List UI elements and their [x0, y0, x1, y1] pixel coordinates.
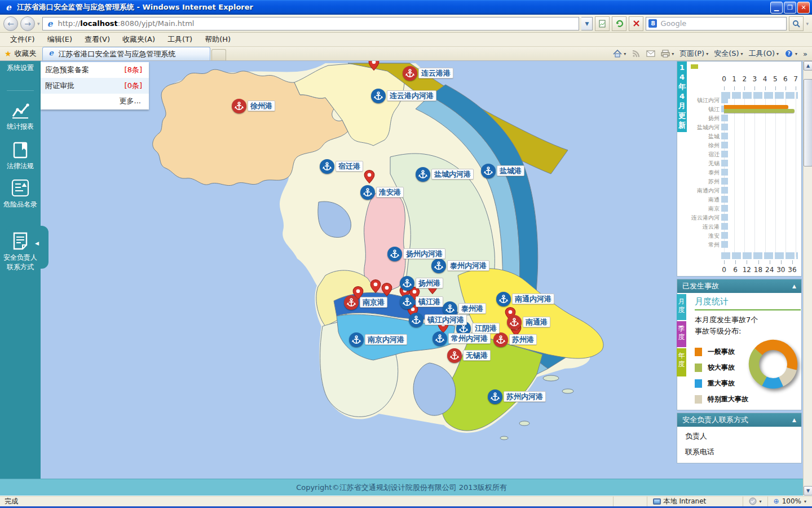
top-axis-tick: 2 [742, 75, 747, 83]
port-label[interactable]: 南通港 [523, 317, 550, 327]
zoom-control[interactable]: ⊕ 100% ▾ [767, 496, 812, 506]
compatibility-view-button[interactable] [595, 16, 610, 31]
port-label[interactable]: 扬州港 [416, 278, 443, 288]
restore-button[interactable]: ❐ [784, 2, 796, 14]
search-provider-icon: 8 [648, 19, 657, 28]
mail-button[interactable] [646, 50, 655, 58]
port-label[interactable]: 苏州港 [509, 334, 537, 345]
home-button[interactable]: ▾ [613, 50, 626, 58]
incident-panel-header[interactable]: 已发生事故▲ [677, 279, 801, 293]
sidebar-item-system-settings[interactable]: 系统设置 [0, 63, 41, 73]
favorites-button[interactable]: ★ 收藏夹 [0, 49, 42, 60]
sidebar-item-dangerous-goods[interactable]: 危险品名录 [0, 178, 41, 209]
legend-swatch [695, 364, 702, 372]
legend-swatch [695, 395, 702, 404]
close-button[interactable]: ✕ [797, 2, 810, 14]
quick-row-cert-approval[interactable]: 附证审批[0条] [41, 78, 149, 94]
quick-links-panel: 应急预案备案[8条] 附证审批[0条] 更多... [41, 62, 149, 110]
tab-quarterly[interactable]: 季度 [677, 321, 686, 347]
contact-person-label: 负责人 [677, 427, 801, 443]
anchor-icon [509, 317, 519, 327]
print-icon [661, 50, 670, 58]
port-label[interactable]: 常州内河港 [448, 333, 491, 344]
collapse-icon[interactable]: ▲ [792, 413, 796, 427]
port-label[interactable]: 南京内河港 [365, 334, 407, 345]
toolbar-overflow[interactable]: » [803, 50, 807, 58]
port-label[interactable]: 徐州港 [248, 100, 275, 111]
collapse-icon[interactable]: ▲ [792, 279, 796, 293]
port-label[interactable]: 盐城港 [497, 165, 524, 176]
forward-button[interactable]: → [20, 16, 35, 31]
port-label[interactable]: 泰州内河港 [447, 260, 489, 271]
port-label[interactable]: 镇江内河港 [425, 314, 467, 325]
port-label[interactable]: 扬州内河港 [403, 248, 445, 259]
port-label[interactable]: 连云港内河港 [387, 90, 436, 101]
browser-window: e 江苏省港口安全监管与应急管理系统 - Windows Internet Ex… [0, 0, 812, 508]
port-label[interactable]: 南通内河港 [512, 294, 554, 304]
left-sidebar: 系统设置 统计报表 法律法规 危险品名录 ◀ 安全负责人联系方式 [0, 61, 41, 479]
search-input[interactable] [660, 19, 784, 28]
menu-favorites[interactable]: 收藏夹(A) [117, 33, 161, 46]
scroll-thumb[interactable] [804, 79, 812, 167]
page-scrollbar[interactable]: ▲ ▼ [803, 61, 812, 496]
menu-help[interactable]: 帮助(H) [199, 33, 236, 46]
tools-menu[interactable]: 工具(O)▾ [749, 49, 779, 59]
tab-main[interactable]: e 江苏省港口安全监管与应急管理系统 [42, 47, 210, 60]
tab-title: 江苏省港口安全监管与应急管理系统 [59, 49, 176, 59]
print-button[interactable]: ▾ [661, 50, 674, 58]
port-label[interactable]: 苏州内河港 [504, 391, 546, 402]
incident-pin[interactable] [362, 169, 377, 186]
anchor-icon [411, 315, 421, 325]
contact-panel-header[interactable]: 安全负责人联系方式▲ [677, 413, 801, 427]
incident-pin[interactable] [367, 61, 381, 73]
port-label[interactable]: 宿迁港 [336, 161, 363, 172]
port-label[interactable]: 镇江港 [416, 296, 443, 307]
menu-tools[interactable]: 工具(T) [162, 33, 198, 46]
bottom-axis-tick: 12 [743, 266, 751, 274]
quick-row-emergency-plan[interactable]: 应急预案备案[8条] [41, 62, 149, 78]
sidebar-item-statistics[interactable]: 统计报表 [0, 102, 41, 132]
sidebar-item-safety-contacts[interactable]: 安全负责人联系方式 [0, 231, 41, 272]
status-bar: 完成 本地 Intranet ▾ ⊕ 100% ▾ [0, 496, 812, 508]
new-tab-stub[interactable] [211, 49, 226, 60]
port-label[interactable]: 无锡港 [463, 350, 491, 361]
menu-file[interactable]: 文件(F) [5, 33, 41, 46]
magnifier-icon [792, 20, 800, 28]
address-dropdown-button[interactable]: ▼ [581, 17, 593, 30]
stop-icon [633, 20, 640, 27]
search-options-dropdown[interactable]: ▾ [806, 21, 809, 27]
collapse-left-icon[interactable]: ◀ [35, 240, 39, 246]
search-go-button[interactable] [789, 16, 804, 31]
scroll-up-button[interactable]: ▲ [804, 61, 812, 71]
anchor-icon [498, 294, 509, 304]
refresh-button[interactable] [612, 16, 626, 31]
page-menu[interactable]: 页面(P)▾ [679, 49, 708, 59]
incident-pin[interactable] [379, 282, 394, 299]
back-button[interactable]: ← [3, 16, 18, 31]
tab-yearly[interactable]: 年度 [677, 348, 686, 376]
port-label[interactable]: 江阴港 [472, 323, 500, 334]
tab-monthly[interactable]: 月度 [677, 294, 686, 320]
menu-edit[interactable]: 编辑(E) [42, 33, 78, 46]
minimize-button[interactable]: ▁ [770, 2, 783, 14]
port-label[interactable]: 盐城内河港 [431, 169, 474, 179]
port-label[interactable]: 南京港 [360, 297, 387, 308]
scroll-down-button[interactable]: ▼ [804, 486, 812, 496]
safety-menu[interactable]: 安全(S)▾ [714, 49, 743, 59]
history-dropdown-icon[interactable]: ▾ [37, 21, 40, 27]
port-label[interactable]: 淮安港 [376, 187, 404, 198]
port-label[interactable]: 泰州港 [458, 303, 486, 314]
sidebar-item-laws[interactable]: 法律法规 [0, 141, 41, 171]
search-box[interactable]: 8 [646, 17, 787, 30]
copyright-footer: Copyright©江苏省交通规划设计院股份有限公司 2013版权所有 [0, 479, 803, 496]
feed-button[interactable] [632, 50, 641, 58]
port-label[interactable]: 连云港港 [418, 68, 453, 78]
protected-mode-button[interactable]: ▾ [743, 496, 767, 506]
help-menu[interactable]: ?▾ [784, 50, 797, 58]
more-link[interactable]: 更多... [41, 94, 149, 110]
sidebar-divider [7, 90, 34, 91]
top-axis-tick: 5 [773, 75, 778, 83]
stop-button[interactable] [629, 16, 643, 31]
menu-view[interactable]: 查看(V) [79, 33, 116, 46]
address-input[interactable]: e http://localhost:8080/yjpt/Main.html [42, 17, 580, 30]
